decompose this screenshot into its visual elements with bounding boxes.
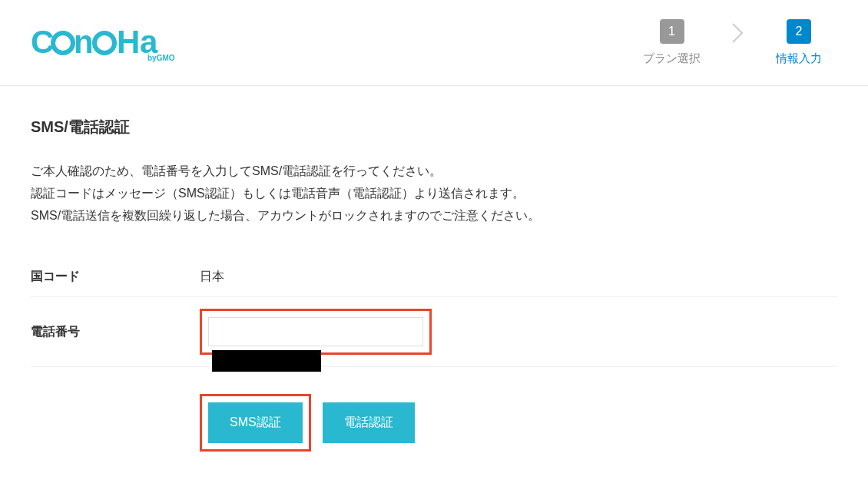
redacted-overlay — [212, 350, 321, 372]
step-1: 1 プラン選択 — [643, 19, 701, 66]
phone-row: 電話番号 — [31, 297, 837, 367]
chevron-right-icon — [731, 22, 745, 48]
svg-point-3 — [94, 33, 114, 53]
svg-text:n: n — [74, 24, 94, 60]
phone-label: 電話番号 — [31, 324, 200, 340]
step-2-number: 2 — [787, 19, 811, 44]
section-title: SMS/電話認証 — [31, 117, 837, 137]
progress-steps: 1 プラン選択 2 情報入力 — [643, 19, 837, 66]
main-content: SMS/電話認証 ご本人確認のため、電話番号を入力してSMS/電話認証を行ってく… — [0, 86, 868, 482]
svg-text:H: H — [117, 24, 140, 60]
header: C n H a byGMO 1 プラン選択 2 情報入力 — [0, 0, 868, 86]
sms-button-highlight: SMS認証 — [200, 394, 311, 452]
tel-auth-button[interactable]: 電話認証 — [323, 402, 415, 443]
svg-text:C: C — [31, 24, 54, 60]
logo-icon: C n H a byGMO — [31, 24, 184, 62]
step-2-label: 情報入力 — [776, 51, 822, 66]
step-1-number: 1 — [660, 19, 684, 44]
phone-input-highlight — [200, 309, 432, 355]
phone-input[interactable] — [208, 317, 423, 346]
desc-line-3: SMS/電話送信を複数回繰り返した場合、アカウントがロックされますのでご注意くだ… — [31, 205, 837, 227]
desc-line-2: 認証コードはメッセージ（SMS認証）もしくは電話音声（電話認証）より送信されます… — [31, 183, 837, 205]
sms-auth-button[interactable]: SMS認証 — [208, 402, 303, 443]
svg-point-1 — [53, 33, 73, 53]
logo: C n H a byGMO — [31, 24, 184, 62]
step-2: 2 情報入力 — [776, 19, 822, 66]
country-code-label: 国コード — [31, 269, 200, 285]
country-code-value: 日本 — [200, 269, 224, 285]
description: ご本人確認のため、電話番号を入力してSMS/電話認証を行ってください。 認証コー… — [31, 160, 837, 227]
button-row: SMS認証 電話認証 — [200, 367, 837, 452]
svg-text:byGMO: byGMO — [147, 54, 175, 62]
desc-line-1: ご本人確認のため、電話番号を入力してSMS/電話認証を行ってください。 — [31, 160, 837, 183]
country-row: 国コード 日本 — [31, 257, 837, 297]
step-1-label: プラン選択 — [643, 51, 701, 66]
